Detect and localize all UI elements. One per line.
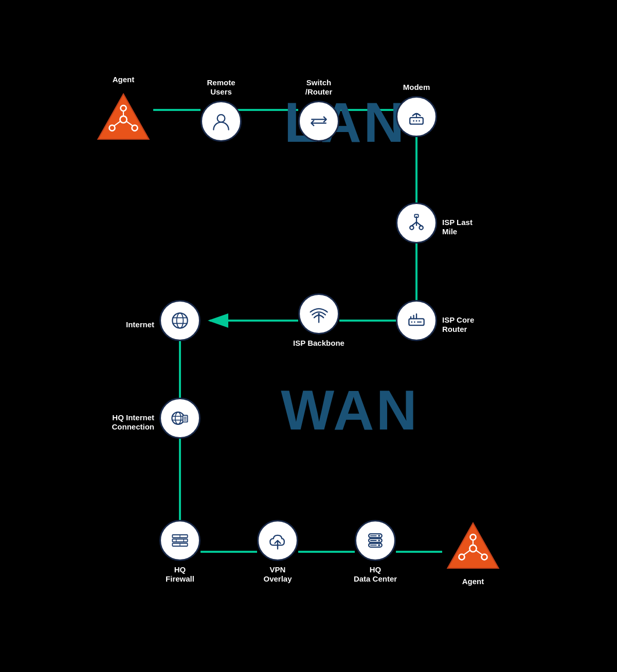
svg-point-21 <box>217 115 225 122</box>
hq-firewall-label: HQFirewall <box>166 565 194 584</box>
svg-point-45 <box>177 313 184 328</box>
isp-core-router-icon <box>396 300 437 341</box>
isp-core-router-label: ISP CoreRouter <box>442 315 474 334</box>
isp-core-router-node: ISP CoreRouter <box>396 300 437 341</box>
svg-point-67 <box>378 535 380 537</box>
remote-users-node: RemoteUsers <box>201 78 242 142</box>
agent-bottom-icon <box>445 517 501 574</box>
modem-icon <box>396 96 437 137</box>
remote-users-label: RemoteUsers <box>207 78 235 97</box>
svg-point-68 <box>378 539 380 542</box>
agent-top-node: Agent <box>95 75 152 145</box>
agent-top-label: Agent <box>113 75 135 84</box>
remote-users-icon <box>201 101 242 142</box>
agent-top-icon <box>95 88 152 145</box>
hq-data-center-label: HQData Center <box>354 565 397 584</box>
hq-data-center-node: HQData Center <box>354 520 397 584</box>
isp-backbone-icon <box>298 293 339 334</box>
internet-label: Internet <box>126 320 154 329</box>
hq-data-center-icon <box>355 520 396 561</box>
vpn-overlay-node: VPNOverlay <box>257 520 298 584</box>
vpn-overlay-label: VPNOverlay <box>263 565 292 584</box>
hq-firewall-node: HQFirewall <box>159 520 201 584</box>
isp-backbone-label: ISP Backbone <box>293 339 344 348</box>
isp-last-mile-icon <box>396 202 437 244</box>
isp-backbone-node: ISP Backbone <box>293 293 344 348</box>
vpn-overlay-icon <box>257 520 298 561</box>
wan-label: WAN <box>281 377 419 442</box>
svg-point-33 <box>420 226 423 230</box>
network-diagram: LAN WAN Agent RemoteUsers <box>77 28 540 644</box>
internet-node: Internet <box>159 300 201 341</box>
switch-router-label: Switch/Router <box>305 78 333 97</box>
svg-line-30 <box>412 222 416 226</box>
agent-bottom-node: Agent <box>445 517 501 586</box>
svg-point-43 <box>318 313 320 315</box>
hq-internet-label: HQ InternetConnection <box>112 413 155 432</box>
svg-point-49 <box>175 412 181 424</box>
svg-point-69 <box>378 544 380 546</box>
hq-internet-icon <box>159 398 201 439</box>
svg-point-32 <box>410 226 413 230</box>
isp-last-mile-node: ISP LastMile <box>396 202 437 244</box>
modem-label: Modem <box>403 83 430 92</box>
switch-router-icon <box>298 101 339 142</box>
svg-line-31 <box>416 222 421 226</box>
isp-last-mile-label: ISP LastMile <box>442 218 473 236</box>
svg-rect-57 <box>172 539 187 542</box>
agent-bottom-label: Agent <box>462 577 484 586</box>
hq-internet-node: HQ InternetConnection <box>159 398 201 439</box>
hq-firewall-icon <box>159 520 201 561</box>
svg-point-44 <box>172 313 187 328</box>
internet-icon <box>159 300 201 341</box>
modem-node: Modem <box>396 83 437 137</box>
switch-router-node: Switch/Router <box>298 78 339 142</box>
svg-rect-34 <box>414 215 418 218</box>
